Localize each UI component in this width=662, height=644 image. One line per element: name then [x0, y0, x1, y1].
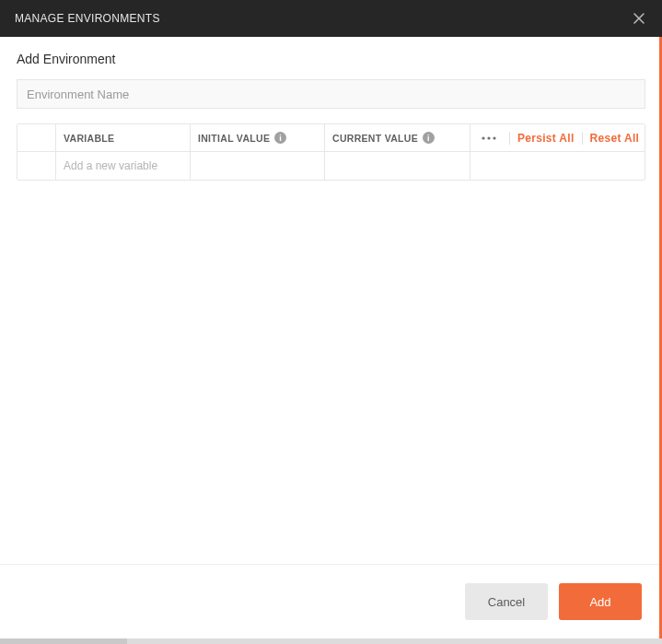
svg-point-2: [482, 136, 484, 139]
environment-name-input[interactable]: [17, 79, 645, 109]
current-value-cell[interactable]: [325, 152, 470, 180]
cancel-button[interactable]: Cancel: [465, 583, 548, 620]
more-options-icon[interactable]: [476, 136, 502, 140]
column-header-checkbox: [17, 124, 56, 151]
bottom-strip-b: [127, 638, 662, 644]
column-header-actions: Persist All Reset All: [470, 124, 648, 151]
table-header-row: VARIABLE INITIAL VALUE i CURRENT VALUE i: [17, 124, 645, 152]
variable-cell[interactable]: [56, 152, 191, 180]
initial-value-cell[interactable]: [191, 152, 325, 180]
modal-content: Add Environment VARIABLE INITIAL VALUE i…: [0, 37, 662, 638]
variables-table: VARIABLE INITIAL VALUE i CURRENT VALUE i: [17, 123, 645, 181]
table-row: [17, 152, 645, 180]
column-header-initial-value-label: INITIAL VALUE: [198, 133, 270, 144]
bottom-strip: [0, 638, 662, 644]
separator: [509, 132, 510, 145]
info-icon[interactable]: i: [274, 132, 286, 144]
modal-footer: Cancel Add: [0, 564, 662, 638]
modal-title: MANAGE ENVIRONMENTS: [15, 12, 160, 25]
separator: [582, 132, 583, 145]
reset-all-button[interactable]: Reset All: [590, 132, 640, 145]
bottom-strip-a: [0, 638, 127, 644]
modal-titlebar: MANAGE ENVIRONMENTS: [0, 0, 662, 37]
modal-main: Add Environment VARIABLE INITIAL VALUE i…: [0, 37, 662, 564]
close-icon[interactable]: [631, 10, 647, 27]
section-title: Add Environment: [17, 52, 645, 66]
column-header-variable-label: VARIABLE: [64, 133, 114, 144]
persist-all-button[interactable]: Persist All: [517, 132, 575, 145]
svg-point-4: [493, 136, 495, 139]
column-header-initial-value: INITIAL VALUE i: [191, 124, 325, 151]
row-checkbox-cell[interactable]: [17, 152, 56, 180]
column-header-current-value-label: CURRENT VALUE: [332, 133, 418, 144]
info-icon[interactable]: i: [423, 132, 435, 144]
column-header-current-value: CURRENT VALUE i: [325, 124, 470, 151]
row-actions-cell: [470, 152, 645, 180]
new-variable-input[interactable]: [64, 159, 182, 172]
svg-point-3: [487, 136, 490, 139]
column-header-variable: VARIABLE: [56, 124, 191, 151]
add-button[interactable]: Add: [559, 583, 642, 620]
